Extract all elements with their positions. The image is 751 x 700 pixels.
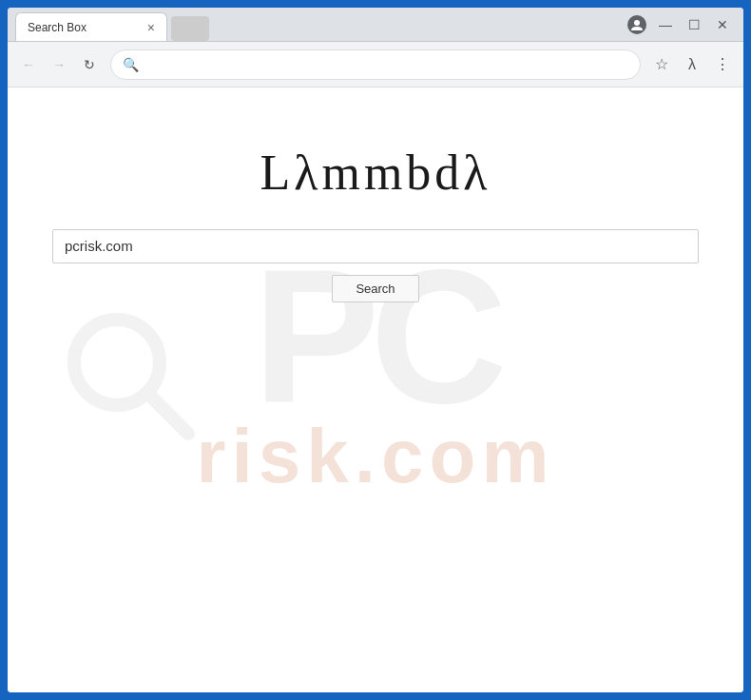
tab-area: Search Box × — [8, 8, 616, 41]
search-input[interactable] — [65, 238, 686, 254]
close-button[interactable]: ✕ — [713, 17, 732, 32]
navigation-bar: ← → ↻ 🔍 ☆ λ ⋮ — [8, 42, 743, 88]
reload-icon: ↻ — [84, 57, 95, 72]
svg-point-1 — [74, 320, 160, 405]
window-controls: — ☐ ✕ — [616, 8, 743, 41]
page-content-wrapper: Lλmmbdλ Search — [8, 145, 743, 302]
nav-right-icons: ☆ λ ⋮ — [648, 51, 736, 78]
inactive-tab[interactable] — [171, 16, 209, 41]
star-icon: ☆ — [655, 55, 668, 73]
forward-button[interactable]: → — [46, 51, 72, 78]
lambda-icon: λ — [688, 56, 696, 73]
lambda-button[interactable]: λ — [679, 51, 705, 78]
address-input[interactable] — [146, 57, 628, 71]
site-logo: Lλmmbdλ — [260, 145, 491, 201]
search-button[interactable]: Search — [332, 275, 418, 302]
title-bar: Search Box × — ☐ ✕ — [8, 8, 743, 42]
reload-button[interactable]: ↻ — [76, 51, 103, 78]
active-tab[interactable]: Search Box × — [15, 12, 167, 41]
back-button[interactable]: ← — [15, 51, 42, 78]
address-search-icon: 🔍 — [123, 57, 139, 72]
back-arrow-icon: ← — [22, 57, 35, 72]
tab-close-button[interactable]: × — [147, 20, 155, 35]
menu-button[interactable]: ⋮ — [709, 51, 736, 78]
search-form: Search — [52, 229, 699, 302]
watermark-risk-text: risk.com — [196, 413, 554, 500]
address-bar[interactable]: 🔍 — [110, 49, 641, 80]
tab-title: Search Box — [28, 21, 87, 34]
profile-icon[interactable] — [627, 15, 646, 34]
browser-window: Search Box × — ☐ ✕ ← → ↻ — [8, 8, 743, 692]
bookmark-star-button[interactable]: ☆ — [648, 51, 675, 78]
forward-arrow-icon: → — [52, 57, 66, 72]
magnifier-watermark-icon — [65, 310, 198, 443]
svg-point-0 — [634, 20, 640, 26]
main-content: PC risk.com Lλmmbdλ Search — [8, 88, 743, 692]
search-input-wrapper[interactable] — [52, 229, 699, 263]
maximize-button[interactable]: ☐ — [684, 17, 703, 32]
svg-line-2 — [150, 396, 188, 434]
minimize-button[interactable]: — — [656, 17, 675, 32]
menu-icon: ⋮ — [715, 55, 730, 73]
